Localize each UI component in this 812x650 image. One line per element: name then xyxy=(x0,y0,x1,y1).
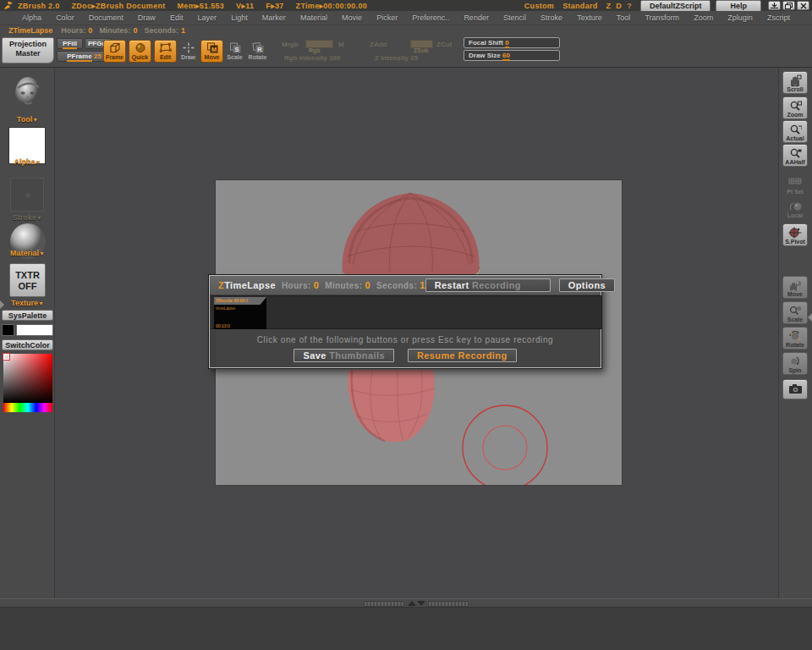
menu-zscript[interactable]: Zscript xyxy=(767,14,790,22)
menu-color[interactable]: Color xyxy=(56,14,74,22)
quick-button[interactable]: Quick xyxy=(129,40,151,63)
focal-shift-slider[interactable]: Focal Shift 0 xyxy=(464,37,560,48)
default-zscript-button[interactable]: DefaultZScript xyxy=(640,0,711,12)
bottom-tray-divider[interactable] xyxy=(0,598,812,608)
z-intensity-slider-disabled: Z Intensity 25 xyxy=(375,54,418,62)
zoom-button[interactable]: Zoom xyxy=(782,96,808,119)
spin-button[interactable]: Spin xyxy=(782,352,808,375)
menu-zplugin[interactable]: Zplugin xyxy=(727,14,753,22)
magnifier-actual-icon xyxy=(789,124,802,135)
hue-strip[interactable] xyxy=(3,403,52,412)
material-flyout-label[interactable]: Material▼ xyxy=(0,249,55,257)
draw-size-slider[interactable]: Draw Size 60 xyxy=(464,50,560,61)
ztimelapse-status-bar: ZTimeLapse Hours: 0 Minutes: 0 Seconds: … xyxy=(0,25,812,36)
menu-transform[interactable]: Transform xyxy=(645,14,679,22)
secondary-color-swatch[interactable] xyxy=(2,324,14,336)
current-tool-thumbnail[interactable] xyxy=(8,74,48,115)
syspalette-button[interactable]: SysPalette xyxy=(2,310,53,321)
move-view-button[interactable]: Move xyxy=(782,276,808,299)
menu-alpha[interactable]: Alpha xyxy=(22,14,41,22)
current-texture-thumbnail[interactable]: TXTROFF xyxy=(9,263,46,297)
divider-grip-right[interactable] xyxy=(428,601,469,607)
switchcolor-button[interactable]: SwitchColor xyxy=(2,339,53,350)
close-button[interactable] xyxy=(797,1,809,10)
left-shelf: Tool▼ Alpha▼ Stroke▼ Material▼ TXTROFF T… xyxy=(0,68,55,598)
help-shortcut[interactable]: ? xyxy=(627,2,632,10)
dialog-message: Click one of the following buttons or pr… xyxy=(210,335,601,344)
menu-stencil[interactable]: Stencil xyxy=(503,14,526,22)
rgb-intensity-slider-disabled: Rgb Intensity 100 xyxy=(284,54,340,62)
edit-button[interactable]: Edit xyxy=(154,40,177,63)
s-pivot-button[interactable]: S.Pivot xyxy=(782,223,808,246)
standard-ui-button[interactable]: Standard xyxy=(562,2,597,10)
scroll-button[interactable]: Scroll xyxy=(782,71,808,94)
texture-flyout-label[interactable]: Texture▼ xyxy=(0,299,55,307)
scale-view-button[interactable]: Scale xyxy=(782,301,808,324)
m-button-disabled: M xyxy=(338,41,344,48)
chevron-down-icon: ▼ xyxy=(32,117,38,123)
bottom-tray xyxy=(0,608,812,650)
alpha-flyout-label[interactable]: Alpha▼ xyxy=(0,157,55,166)
rotate-view-button[interactable]: Rotate xyxy=(782,327,808,350)
rgb-button-disabled: Rgb xyxy=(305,40,333,48)
restart-recording-button[interactable]: Restart Recording xyxy=(425,278,551,292)
tool-flyout-label[interactable]: Tool▼ xyxy=(0,115,55,124)
tray-toggle[interactable] xyxy=(408,601,425,606)
local-sphere-icon xyxy=(788,201,802,212)
stroke-flyout-label-disabled: Stroke▼ xyxy=(0,213,55,222)
menu-zoom[interactable]: Zoom xyxy=(694,14,713,22)
aahalf-button[interactable]: AAHalf xyxy=(782,144,808,167)
timelapse-thumbnail[interactable]: ZBrush▸ 00:00:1 timeLapse 00:13:0 xyxy=(214,297,266,329)
grid-icon xyxy=(788,178,802,189)
menu-draw[interactable]: Draw xyxy=(138,14,156,22)
projection-master-button[interactable]: Projection Master xyxy=(2,37,54,63)
move-button[interactable]: M Move xyxy=(200,40,223,63)
right-tray-handle[interactable] xyxy=(808,313,812,322)
snapshot-button[interactable] xyxy=(782,379,808,399)
restore-button[interactable] xyxy=(782,1,795,10)
scale-button[interactable]: S Scale xyxy=(223,40,246,63)
menu-render[interactable]: Render xyxy=(464,14,489,22)
menu-layer[interactable]: Layer xyxy=(198,14,217,22)
frame-button[interactable]: Frame xyxy=(103,40,126,63)
resume-recording-button[interactable]: Resume Recording xyxy=(408,349,517,362)
camera-icon xyxy=(788,383,803,394)
minimize-button[interactable] xyxy=(768,1,781,10)
minutes-value: 0 xyxy=(133,26,137,35)
menu-movie[interactable]: Movie xyxy=(342,14,362,22)
menu-material[interactable]: Material xyxy=(300,14,327,22)
left-tray-handle[interactable] xyxy=(0,300,4,309)
dialog-minutes-value: 0 xyxy=(365,280,370,290)
options-button[interactable]: Options xyxy=(559,278,615,292)
menu-edit[interactable]: Edit xyxy=(170,14,184,22)
menu-marker[interactable]: Marker xyxy=(262,14,286,22)
gradient-color-swatch[interactable] xyxy=(16,324,53,336)
divider-grip-left[interactable] xyxy=(364,601,404,607)
menu-document[interactable]: Document xyxy=(89,14,123,22)
actual-button[interactable]: Actual xyxy=(782,120,808,143)
sphere-icon xyxy=(134,42,146,53)
menu-stroke[interactable]: Stroke xyxy=(540,14,562,22)
zadd-button-disabled: ZAdd xyxy=(370,41,387,48)
color-picker-square[interactable] xyxy=(3,354,52,403)
dialog-seconds-value: 1 xyxy=(420,280,425,290)
save-thumbnails-button[interactable]: Save Thumbnails xyxy=(294,349,394,362)
menu-tool[interactable]: Tool xyxy=(617,14,631,22)
pfill-button[interactable]: PFill xyxy=(57,38,83,49)
menu-light[interactable]: Light xyxy=(231,14,248,22)
rotate-arrows-icon xyxy=(788,331,802,342)
dialog-seconds-label: Seconds: xyxy=(376,281,417,290)
rotate-button[interactable]: R Rotate xyxy=(246,40,269,63)
custom-ui-button[interactable]: Custom xyxy=(524,2,554,10)
z-intensity-shortcut[interactable]: Z xyxy=(606,2,612,10)
menu-preferences[interactable]: Preferenc.. xyxy=(412,14,449,22)
lasso-icon xyxy=(159,42,172,53)
color-picker-cursor[interactable] xyxy=(3,354,9,360)
draw-button[interactable]: Draw xyxy=(177,40,200,63)
menu-texture[interactable]: Texture xyxy=(577,14,602,22)
d-shortcut[interactable]: D xyxy=(616,2,622,10)
top-toolbar: Projection Master PFill PFGra PFrame 25 … xyxy=(0,36,812,68)
help-button[interactable]: Help xyxy=(716,0,761,12)
menu-picker[interactable]: Picker xyxy=(376,14,398,22)
ztime-readout: ZTime▸00:00:00.00 xyxy=(296,2,368,10)
